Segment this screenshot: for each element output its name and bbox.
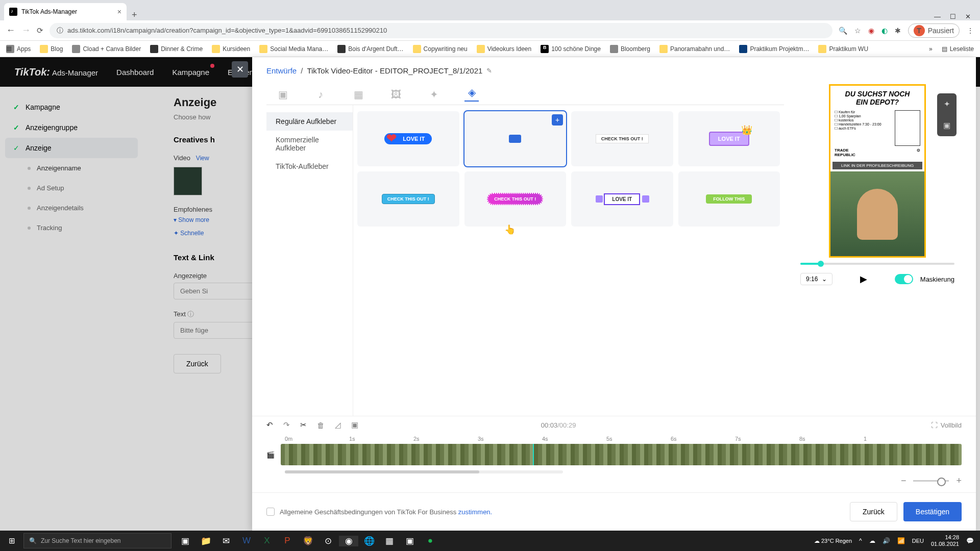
bookmark-100dinge[interactable]: B100 schöne Dinge	[541, 45, 601, 53]
bookmark-dinner[interactable]: Dinner & Crime	[150, 45, 203, 53]
redo-icon[interactable]: ↷	[283, 420, 290, 430]
cut-icon[interactable]: ✂	[300, 420, 307, 430]
language-indicator[interactable]: DEU	[912, 538, 924, 544]
eraser-icon[interactable]: ◿	[335, 420, 341, 430]
sticker-loveit-crown[interactable]: LOVE IT	[678, 111, 780, 166]
tab-text-icon[interactable]: ▦	[351, 87, 365, 102]
edge-icon[interactable]: 🌐	[359, 536, 379, 546]
bookmark-bloomberg[interactable]: Bloomberg	[610, 45, 650, 53]
chrome-icon[interactable]: ◉	[339, 536, 358, 546]
mask-toggle[interactable]	[895, 274, 913, 284]
video-preview[interactable]: DU SUCHST NOCH EIN DEPOT? ☐ Kaufen für☐ …	[829, 84, 926, 258]
extensions-icon[interactable]: ✱	[895, 27, 901, 35]
bookmark-social[interactable]: Social Media Mana…	[259, 45, 328, 53]
new-tab-button[interactable]: +	[127, 10, 142, 20]
playhead[interactable]	[533, 444, 534, 465]
explorer-icon[interactable]: 📁	[196, 536, 215, 546]
zoom-icon[interactable]: 🔍	[839, 27, 847, 35]
modal-confirm-button[interactable]: Bestätigen	[903, 502, 962, 521]
wifi-icon[interactable]: 📶	[897, 537, 905, 544]
mail-icon[interactable]: ✉	[216, 536, 236, 546]
bookmark-blog[interactable]: Blog	[40, 45, 63, 53]
brave-icon[interactable]: 🦁	[298, 536, 317, 546]
agb-checkbox[interactable]	[266, 508, 275, 516]
tab-image-icon[interactable]: 🖼	[389, 87, 403, 102]
bookmark-kursideen[interactable]: Kursideen	[212, 45, 250, 53]
app-icon[interactable]: ▣	[400, 536, 420, 546]
bookmarks-overflow-icon[interactable]: »	[929, 45, 933, 53]
tab-stickers-icon[interactable]: ◈	[464, 87, 479, 102]
aspect-ratio-dropdown[interactable]: 9:16⌄	[800, 273, 832, 285]
tab-effects-icon[interactable]: ✦	[427, 87, 441, 102]
spotify-icon[interactable]: ●	[421, 536, 440, 546]
sticker-loveit-white[interactable]: LOVE IT	[571, 171, 673, 227]
tab-video-icon[interactable]: ▣	[276, 87, 290, 102]
play-button-icon[interactable]: ▶	[860, 273, 867, 285]
forward-icon[interactable]: →	[21, 25, 31, 36]
timeline-ruler[interactable]: 0m 1s 2s 3s 4s 5s 6s 7s 8s 1	[266, 436, 962, 442]
close-tab-icon[interactable]: ×	[117, 8, 121, 16]
tray-chevron-icon[interactable]: ^	[859, 537, 862, 544]
back-icon[interactable]: ←	[6, 25, 15, 36]
undo-icon[interactable]: ↶	[266, 420, 273, 430]
zoom-out-icon[interactable]: −	[901, 475, 906, 486]
word-icon[interactable]: W	[237, 536, 256, 546]
video-track[interactable]	[281, 444, 962, 465]
sticker-small-blue[interactable]: +	[464, 111, 567, 166]
obs-icon[interactable]: ⊙	[318, 536, 338, 546]
sync-pause-pill[interactable]: T Pausiert	[908, 23, 960, 38]
bookmark-copywriting[interactable]: Copywriting neu	[413, 45, 468, 53]
preview-seek-slider[interactable]	[800, 263, 954, 265]
onedrive-icon[interactable]: ☁	[869, 537, 875, 544]
sticker-checkthis-white[interactable]: CHECK THIS OUT !	[571, 111, 673, 166]
sticker-loveit-heart[interactable]: LOVE IT	[357, 111, 459, 166]
sticker-checkthis-blue[interactable]: CHECK THIS OUT !	[357, 171, 459, 227]
weather-widget[interactable]: ☁ 23°C Regen	[814, 538, 852, 544]
notifications-icon[interactable]: 💬	[966, 537, 974, 544]
notepad-icon[interactable]: ▦	[380, 536, 399, 546]
crumb-drafts[interactable]: Entwürfe	[266, 66, 297, 75]
extension-1-icon[interactable]: ◉	[868, 27, 874, 35]
bookmark-panorama[interactable]: Panoramabahn und…	[659, 45, 730, 53]
taskbar-search[interactable]: 🔍Zur Suche Text hier eingeben	[23, 533, 172, 548]
crop-icon[interactable]: ▣	[351, 420, 358, 430]
url-input[interactable]: ⓘ ads.tiktok.com/i18n/campaign/ad/creati…	[50, 23, 832, 38]
bookmark-praktikum-pm[interactable]: Praktikum Projektm…	[739, 45, 809, 53]
chrome-menu-icon[interactable]: ⋮	[967, 27, 974, 35]
browser-tab[interactable]: TikTok Ads-Manager ×	[4, 3, 127, 20]
clock[interactable]: 14:2801.08.2021	[931, 534, 959, 547]
tab-music-icon[interactable]: ♪	[313, 87, 328, 102]
volume-icon[interactable]: 🔊	[883, 537, 890, 544]
excel-icon[interactable]: X	[257, 536, 277, 546]
reading-list-button[interactable]: ▤Leseliste	[942, 45, 974, 53]
zoom-in-icon[interactable]: +	[956, 475, 962, 486]
powerpoint-icon[interactable]: P	[278, 536, 297, 546]
tool-layers-icon[interactable]: ▣	[937, 115, 957, 136]
minimize-icon[interactable]: —	[934, 13, 941, 20]
bookmark-star-icon[interactable]: ☆	[854, 27, 861, 35]
close-window-icon[interactable]: ✕	[965, 13, 971, 20]
add-sticker-icon[interactable]: +	[552, 114, 563, 126]
category-tiktok[interactable]: TikTok-Aufkleber	[266, 157, 353, 176]
start-button[interactable]: ⊞	[0, 536, 23, 545]
extension-2-icon[interactable]: ◐	[881, 27, 888, 35]
bookmark-canva[interactable]: Cload + Canva Bilder	[72, 45, 141, 53]
zoom-slider[interactable]	[913, 480, 949, 482]
category-regular[interactable]: Reguläre Aufkleber	[266, 112, 353, 131]
bookmark-praktikum-wu[interactable]: Praktikum WU	[818, 45, 868, 53]
bookmark-videokurs[interactable]: Videokurs Ideen	[477, 45, 532, 53]
task-view-icon[interactable]: ▣	[176, 536, 195, 546]
edit-name-icon[interactable]: ✎	[486, 67, 492, 74]
fullscreen-button[interactable]: ⛶Vollbild	[931, 421, 962, 429]
modal-back-button[interactable]: Zurück	[850, 502, 897, 521]
sticker-followthis-green[interactable]: FOLLOW THIS	[678, 171, 780, 227]
maximize-icon[interactable]: ☐	[950, 13, 956, 20]
reload-icon[interactable]: ⟳	[37, 26, 43, 35]
bookmark-bois[interactable]: Bois d'Argent Duft…	[337, 45, 403, 53]
timeline-scrollbar[interactable]	[285, 470, 563, 473]
close-modal-button[interactable]: ✕	[232, 61, 248, 78]
sticker-checkthis-pink[interactable]: CHECK THIS OUT !	[464, 171, 567, 227]
delete-icon[interactable]: 🗑	[317, 421, 325, 430]
category-commercial[interactable]: Kommerzielle Aufkleber	[266, 131, 353, 157]
tool-sparkle-icon[interactable]: ✦	[937, 93, 957, 115]
